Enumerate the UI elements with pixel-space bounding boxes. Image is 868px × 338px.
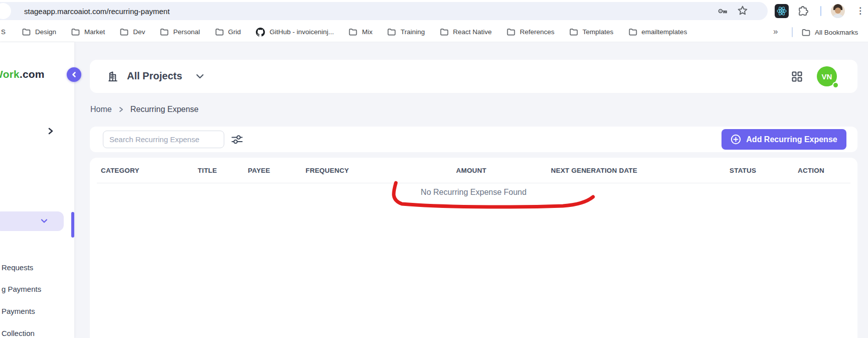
empty-state-message: No Recurring Expense Found (90, 183, 857, 201)
bookmark-item[interactable]: Design (22, 28, 56, 36)
browser-profile-avatar[interactable] (831, 4, 845, 18)
folder-icon (507, 28, 515, 36)
plus-circle-icon (731, 134, 741, 145)
app-content: Work.com Requests g Payments Payments Co… (0, 42, 868, 338)
chevron-down-icon[interactable] (196, 73, 204, 79)
extensions-puzzle-icon[interactable] (797, 5, 809, 17)
breadcrumb-home[interactable]: Home (90, 105, 112, 114)
column-header-category[interactable]: CATEGORY (101, 167, 198, 174)
table-header-row: CATEGORY TITLE PAYEE FREQUENCY AMOUNT NE… (90, 158, 857, 183)
column-header-status[interactable]: STATUS (730, 167, 798, 174)
bookmark-star-icon[interactable] (737, 5, 749, 17)
bookmark-item[interactable]: References (507, 28, 554, 36)
column-header-title[interactable]: TITLE (198, 167, 248, 174)
bookmark-item[interactable]: Mix (349, 28, 372, 36)
bookmark-label: Design (35, 28, 56, 36)
recurring-expense-table: CATEGORY TITLE PAYEE FREQUENCY AMOUNT NE… (90, 158, 857, 338)
chevron-left-icon (71, 71, 77, 78)
folder-icon (802, 29, 810, 36)
app-header: All Projects VN (90, 60, 857, 93)
bookmark-item[interactable]: Market (71, 28, 105, 36)
bookmark-item[interactable]: emailtemplates (629, 28, 687, 36)
folder-icon (215, 28, 224, 36)
project-selector[interactable]: All Projects (127, 70, 182, 82)
bookmark-item[interactable]: Grid (215, 28, 241, 36)
bookmark-item[interactable]: Training (387, 28, 424, 36)
folder-icon (160, 28, 169, 36)
app-logo[interactable]: Work.com (0, 68, 45, 80)
bookmarks-divider (792, 27, 793, 37)
sidebar-active-indicator (71, 212, 74, 238)
sidebar-item-collection[interactable]: Collection (2, 329, 35, 337)
browser-menu-icon[interactable]: ⋮ (856, 5, 864, 17)
all-bookmarks-button[interactable]: All Bookmarks (802, 22, 858, 42)
folder-icon (569, 28, 578, 36)
folder-icon (349, 28, 357, 36)
breadcrumb: Home Recurring Expense (90, 105, 199, 114)
column-header-frequency[interactable]: FREQUENCY (306, 167, 456, 174)
bookmark-label: Dev (133, 28, 145, 36)
bookmark-label: Mix (362, 28, 372, 36)
bookmark-label: References (520, 28, 554, 36)
breadcrumb-current: Recurring Expense (130, 105, 199, 114)
bookmark-item[interactable]: React Native (440, 28, 492, 36)
building-icon (107, 71, 118, 82)
folder-icon (387, 28, 396, 36)
chevron-down-icon (40, 217, 48, 225)
logo-green-text: Work (0, 68, 20, 80)
browser-window: stageapp.marcoaiot.com/recurring-payment (0, 0, 868, 338)
user-avatar[interactable]: VN (817, 66, 837, 86)
bookmark-label: Training (400, 28, 424, 36)
chevron-right-icon (119, 106, 123, 112)
bookmark-label: Grid (228, 28, 241, 36)
online-status-dot (832, 82, 839, 88)
filter-button[interactable] (230, 133, 244, 146)
column-header-next-generation-date[interactable]: NEXT GENERATION DATE (551, 167, 730, 174)
all-bookmarks-label: All Bookmarks (815, 29, 858, 36)
bookmark-label: React Native (453, 28, 492, 36)
sidebar-item-requests[interactable]: Requests (2, 263, 33, 272)
search-input[interactable] (103, 131, 224, 148)
filter-sliders-icon (230, 133, 244, 146)
sidebar: Work.com Requests g Payments Payments Co… (0, 42, 74, 338)
url-text[interactable]: stageapp.marcoaiot.com/recurring-payment (24, 7, 170, 16)
logo-dark-text: .com (20, 68, 45, 80)
add-recurring-expense-button[interactable]: Add Recurring Expense (721, 129, 846, 150)
address-bar[interactable]: stageapp.marcoaiot.com/recurring-payment (0, 2, 768, 20)
browser-toolbar: stageapp.marcoaiot.com/recurring-payment (0, 0, 868, 22)
github-icon (256, 28, 265, 37)
bookmark-item-github[interactable]: GitHub - invoiceninj... (256, 28, 334, 37)
folder-icon (22, 28, 31, 36)
add-button-label: Add Recurring Expense (746, 135, 837, 144)
bookmark-label: GitHub - invoiceninj... (269, 28, 334, 36)
bookmark-item[interactable]: Templates (569, 28, 614, 36)
avatar-initials: VN (822, 72, 832, 81)
list-toolbar: Add Recurring Expense (90, 127, 857, 152)
sidebar-item-recurring-payments[interactable]: g Payments (2, 285, 41, 293)
toolbar-divider (820, 6, 821, 16)
column-header-payee[interactable]: PAYEE (248, 167, 306, 174)
bookmarks-bar: S Design Market Dev Personal Grid GitHub… (0, 22, 868, 42)
bookmark-label: Market (84, 28, 105, 36)
chevron-right-icon[interactable] (48, 127, 54, 135)
site-info-icon[interactable] (0, 3, 11, 19)
bookmark-label: Templates (583, 28, 614, 36)
column-header-action[interactable]: ACTION (798, 167, 857, 174)
sidebar-collapse-button[interactable] (67, 67, 81, 82)
password-key-icon[interactable] (716, 5, 729, 17)
bookmark-item[interactable]: Personal (160, 28, 200, 36)
folder-icon (71, 28, 80, 36)
bookmark-label: emailtemplates (642, 28, 687, 36)
folder-icon (120, 28, 128, 36)
folder-icon (440, 28, 449, 36)
column-header-amount[interactable]: AMOUNT (456, 167, 551, 174)
sidebar-active-item[interactable] (0, 211, 64, 231)
bookmark-label: Personal (173, 28, 200, 36)
folder-icon (629, 28, 637, 36)
sidebar-item-payments[interactable]: Payments (2, 307, 35, 315)
react-devtools-extension-icon[interactable] (775, 4, 789, 18)
bookmark-item-truncated[interactable]: S (1, 28, 7, 36)
apps-grid-icon[interactable] (792, 71, 802, 82)
bookmark-item[interactable]: Dev (120, 28, 145, 36)
bookmarks-overflow-icon[interactable]: » (773, 27, 778, 37)
